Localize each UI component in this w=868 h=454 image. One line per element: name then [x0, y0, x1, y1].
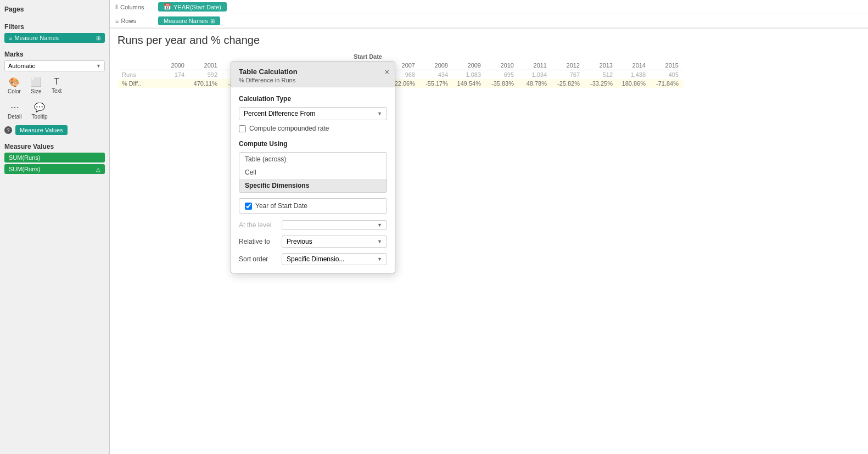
- at-level-chevron-icon: ▼: [377, 222, 382, 228]
- columns-bar-icon: ⦀: [115, 3, 118, 10]
- measure-names-filter-pill[interactable]: ≡ Measure Names ⊞: [4, 33, 105, 43]
- size-label: Size: [31, 88, 41, 94]
- tooltip-icon: 💬: [34, 102, 45, 113]
- runs-cell-14: 1,438: [617, 70, 650, 80]
- marks-icons-row2: ⋯ Detail 💬 Tooltip: [4, 100, 105, 122]
- compounded-rate-row: Compute compounded rate: [239, 125, 387, 132]
- dialog-overlay: Table Calculation % Difference in Runs ×…: [231, 61, 395, 273]
- start-date-header: Start Date: [156, 52, 387, 61]
- size-button[interactable]: ⬜ Size: [27, 75, 45, 97]
- calendar-icon: 📅: [164, 3, 171, 10]
- compute-item-table-across-label: Table (across): [245, 155, 286, 163]
- runs-cell-1: 992: [189, 70, 222, 80]
- sum-runs-2-label: SUM(Runs): [9, 166, 40, 172]
- color-icon: 🎨: [9, 77, 20, 87]
- diff-data-row: % Diff.. 470.11%-28.63%-41.81%170.39%-62…: [117, 79, 683, 88]
- sort-order-dropdown[interactable]: Specific Dimensio... ▼: [282, 253, 387, 265]
- diff-cell-13: -33.25%: [584, 79, 617, 88]
- dialog-subtitle: % Difference in Runs: [239, 77, 387, 83]
- rows-label: ≡ Rows: [115, 18, 154, 24]
- marks-type-dropdown[interactable]: Automatic ▼: [4, 60, 105, 71]
- filters-section: Filters ≡ Measure Names ⊞: [4, 23, 105, 43]
- automatic-label: Automatic: [8, 63, 35, 69]
- measure-names-chip[interactable]: Measure Names ⊞: [158, 16, 220, 25]
- diff-cell-1: 470.11%: [189, 79, 222, 88]
- detail-button[interactable]: ⋯ Detail: [4, 100, 25, 122]
- size-icon: ⬜: [31, 77, 42, 87]
- year-header-2000: 2000: [156, 61, 189, 70]
- question-mark-icon: ?: [4, 126, 12, 134]
- year-header-2010: 2010: [485, 61, 518, 70]
- sort-order-row: Sort order Specific Dimensio... ▼: [239, 253, 387, 265]
- sum-runs-1-pill[interactable]: SUM(Runs): [4, 153, 105, 162]
- relative-to-row: Relative to Previous ▼: [239, 236, 387, 248]
- diff-cell-12: -25.82%: [551, 79, 584, 88]
- filter-icon: ≡: [9, 35, 12, 41]
- compounded-rate-checkbox[interactable]: [239, 125, 246, 132]
- relative-to-value: Previous: [287, 238, 312, 245]
- rows-text: Rows: [121, 18, 136, 24]
- relative-to-chevron-icon: ▼: [377, 239, 382, 244]
- filter-expand-icon: ⊞: [96, 35, 100, 41]
- calc-type-dropdown[interactable]: Percent Difference From ▼: [239, 107, 387, 120]
- detail-icon: ⋯: [10, 102, 19, 113]
- runs-cell-10: 695: [485, 70, 518, 80]
- tooltip-button[interactable]: 💬 Tooltip: [29, 100, 51, 122]
- measure-names-chip-label: Measure Names: [164, 18, 208, 24]
- columns-label: ⦀ Columns: [115, 3, 154, 10]
- year-of-start-date-label: Year of Start Date: [255, 202, 307, 210]
- relative-to-label: Relative to: [239, 238, 277, 245]
- view-area: Runs per year and % change Start Date 20…: [110, 29, 868, 454]
- year-of-start-date-row: Year of Start Date: [239, 198, 387, 214]
- compounded-rate-label: Compute compounded rate: [249, 125, 329, 132]
- dialog-header: Table Calculation % Difference in Runs ×: [231, 62, 395, 87]
- color-button[interactable]: 🎨 Color: [4, 75, 24, 97]
- sum-runs-2-pill[interactable]: SUM(Runs) △: [4, 164, 105, 174]
- dialog-body: Calculation Type Percent Difference From…: [231, 87, 395, 273]
- chip-expand-icon: ⊞: [210, 18, 215, 24]
- text-label: Text: [52, 88, 61, 94]
- measure-names-filter-label: Measure Names: [14, 35, 59, 41]
- marks-icons-row: 🎨 Color ⬜ Size T Text: [4, 75, 105, 97]
- rows-bar-icon: ≡: [115, 18, 119, 24]
- compute-item-cell[interactable]: Cell: [239, 166, 387, 179]
- runs-cell-11: 1,034: [518, 70, 551, 80]
- year-chip[interactable]: 📅 YEAR(Start Date): [158, 2, 227, 12]
- compute-item-specific-dimensions[interactable]: Specific Dimensions: [239, 179, 387, 192]
- text-button[interactable]: T Text: [48, 75, 65, 97]
- runs-cell-13: 512: [584, 70, 617, 80]
- dialog-close-button[interactable]: ×: [385, 68, 389, 76]
- year-header-2012: 2012: [551, 61, 584, 70]
- compute-item-cell-label: Cell: [245, 169, 256, 176]
- dialog-title: Table Calculation: [239, 68, 387, 76]
- year-headers-row: 2000200120022003200420052006200720082009…: [117, 61, 683, 70]
- marks-section: Marks Automatic ▼ 🎨 Color ⬜ Size T Text …: [4, 51, 105, 135]
- compute-using-list: Table (across) Cell Specific Dimensions: [239, 152, 387, 193]
- chart-title: Runs per year and % change: [117, 34, 860, 47]
- at-level-row: At the level ▼: [239, 220, 387, 230]
- detail-label: Detail: [8, 114, 22, 120]
- runs-cell-12: 767: [551, 70, 584, 80]
- color-label: Color: [8, 88, 21, 94]
- compute-using-section-title: Compute Using: [239, 140, 387, 148]
- diff-row-label: % Diff..: [117, 79, 156, 88]
- relative-to-dropdown[interactable]: Previous ▼: [282, 236, 387, 248]
- calc-type-value: Percent Difference From: [244, 110, 316, 117]
- at-level-dropdown[interactable]: ▼: [282, 220, 387, 230]
- diff-cell-0: [156, 79, 189, 88]
- measure-values-section: Measure Values SUM(Runs) SUM(Runs) △: [4, 143, 105, 176]
- runs-cell-15: 405: [650, 70, 683, 80]
- year-of-start-date-checkbox[interactable]: [245, 203, 252, 210]
- diff-cell-10: -35.83%: [485, 79, 518, 88]
- runs-data-row: Runs 1749927084121,1144221,2429684341,08…: [117, 70, 683, 80]
- table-calculation-dialog: Table Calculation % Difference in Runs ×…: [231, 61, 395, 273]
- diff-cell-15: -71.84%: [650, 79, 683, 88]
- diff-cell-9: 149.54%: [452, 79, 485, 88]
- runs-row-label: Runs: [117, 70, 156, 80]
- year-header-2013: 2013: [584, 61, 617, 70]
- compute-item-table-across[interactable]: Table (across): [239, 153, 387, 166]
- runs-cell-9: 1,083: [452, 70, 485, 80]
- main-area: ⦀ Columns 📅 YEAR(Start Date) ≡ Rows Meas…: [110, 0, 868, 454]
- measure-values-pill[interactable]: Measure Values: [15, 125, 68, 135]
- year-header-2009: 2009: [452, 61, 485, 70]
